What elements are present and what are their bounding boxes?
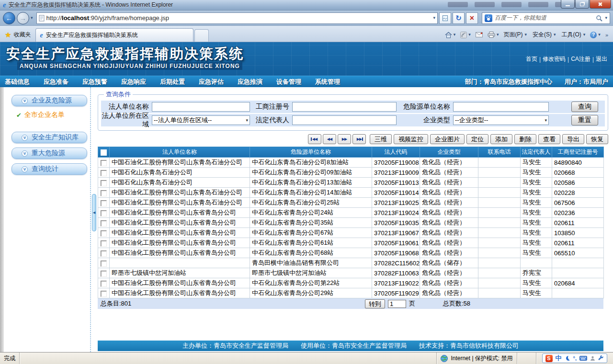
back-button[interactable]: ←	[3, 12, 15, 24]
banner-link[interactable]: 修改密码	[543, 55, 566, 63]
banner-link[interactable]: CA注册	[571, 55, 590, 63]
table-cell: 危化品（经营）	[420, 208, 478, 218]
banner-link[interactable]: 退出	[596, 55, 607, 63]
nav-item[interactable]: 应急评估	[199, 78, 224, 86]
sidebar-button[interactable]: v企业及危险源	[11, 95, 87, 106]
restore-button[interactable]	[575, 0, 589, 9]
toolbar-button[interactable]: 定位	[466, 134, 488, 144]
row-checkbox[interactable]	[101, 250, 107, 257]
moon-icon[interactable]	[565, 355, 570, 361]
row-checkbox[interactable]	[101, 271, 107, 277]
row-checkbox[interactable]	[101, 261, 107, 267]
new-tab-button[interactable]	[194, 29, 209, 42]
compatibility-icon	[442, 15, 448, 22]
nav-item[interactable]: 应急准备	[44, 78, 68, 86]
compatibility-view-button[interactable]	[439, 12, 451, 24]
menu-button[interactable]: 工具(O)▾	[561, 31, 585, 39]
window-title: 安全生产应急救援指挥辅助决策系统 - Windows Internet Expl…	[9, 1, 173, 9]
mail-button[interactable]	[476, 32, 483, 37]
row-checkbox[interactable]	[101, 190, 107, 196]
stop-button[interactable]: ×	[466, 12, 478, 24]
refresh-button[interactable]: ↻	[453, 12, 465, 24]
spacer	[11, 121, 90, 132]
legal-rep-input[interactable]	[292, 115, 397, 125]
business-reg-input[interactable]	[292, 102, 397, 112]
nav-item[interactable]: 设备管理	[276, 78, 301, 86]
url-field[interactable]: http://localhost:90/yjzh/frame/homepage.…	[36, 12, 438, 24]
search-dropdown-icon[interactable]: ▾	[605, 16, 607, 20]
chinese-mode-icon[interactable]: 中	[556, 354, 562, 363]
forward-button[interactable]: →	[17, 12, 29, 24]
nav-item[interactable]: 基础信息	[5, 78, 30, 86]
table-cell: 370213F119022	[372, 278, 420, 288]
search-box[interactable]: 百度一下，你就知道 ▾	[482, 12, 610, 24]
select-all-checkbox[interactable]	[101, 149, 107, 156]
goto-page-button[interactable]: 转到	[365, 299, 385, 308]
banner-link[interactable]: 首页	[526, 55, 537, 63]
row-checkbox[interactable]	[101, 200, 107, 206]
row-checkbox[interactable]	[101, 170, 107, 176]
url-dropdown-icon[interactable]: ▾	[433, 16, 435, 20]
feeds-button[interactable]: ▾	[460, 32, 471, 38]
toolbar-button[interactable]: 三维	[370, 134, 392, 144]
toolbar-button[interactable]: 企业图片	[430, 134, 465, 144]
row-checkbox[interactable]	[101, 220, 107, 227]
minimize-button[interactable]	[561, 0, 575, 9]
favorites-button[interactable]: ★ 收藏夹	[2, 31, 35, 42]
row-checkbox[interactable]	[101, 291, 107, 297]
print-button[interactable]: ▾	[488, 32, 499, 38]
nav-item[interactable]: 系统管理	[315, 78, 340, 86]
toolbar-button[interactable]: 查看	[538, 134, 560, 144]
background-window-artifacts	[448, 2, 575, 7]
search-icon[interactable]	[596, 15, 602, 22]
nav-item[interactable]: 应急推演	[238, 78, 262, 86]
table-cell: 中国石油化工股份有限公司山东省青岛分公司	[110, 278, 250, 288]
row-checkbox[interactable]	[101, 210, 107, 216]
browser-tab[interactable]: e 安全生产应急救援指挥辅助决策系统	[35, 28, 193, 42]
menu-button[interactable]: 页面(P)▾	[503, 31, 527, 39]
row-checkbox[interactable]	[101, 180, 107, 186]
sidebar-collapse-handle[interactable]: ◀	[92, 194, 96, 231]
toolbar-button[interactable]: 视频监控	[394, 134, 428, 144]
pager-prev-button[interactable]: ◀◀	[323, 134, 336, 144]
home-button[interactable]: ▾	[445, 32, 456, 38]
sidebar-button[interactable]: v查询统计	[11, 163, 87, 175]
toolbar: ◀◀◀◀▶▶▶▶ 三维视频监控企业图片定位添加删除查看导出恢复	[98, 134, 608, 144]
sogou-logo-icon[interactable]: S	[545, 355, 553, 362]
corp-area-select[interactable]: --法人单位所在区域--▾	[152, 115, 250, 125]
row-checkbox[interactable]	[101, 160, 107, 166]
sidebar-button-label: 企业及危险源	[32, 96, 72, 105]
row-checkbox[interactable]	[101, 230, 107, 237]
pager-first-button[interactable]: ◀◀	[308, 134, 321, 144]
overflow-chevron-icon[interactable]: »	[605, 32, 608, 38]
row-checkbox[interactable]	[101, 281, 107, 287]
pager-next-button[interactable]: ▶▶	[338, 134, 351, 144]
page-number-input[interactable]	[388, 300, 406, 308]
nav-item[interactable]: 后期处置	[160, 78, 185, 86]
close-button[interactable]: ✖	[590, 0, 611, 9]
toolbar-button[interactable]: 删除	[514, 134, 536, 144]
nav-item[interactable]: 应急响应	[121, 78, 146, 86]
wrench-icon[interactable]	[598, 355, 604, 361]
punctuation-mode-icon[interactable]: °,	[573, 355, 577, 361]
nav-item[interactable]: 应急预警	[82, 78, 107, 86]
sidebar-button[interactable]: v重大危险源	[11, 148, 87, 159]
history-dropdown-icon[interactable]: ▾	[31, 16, 33, 20]
person-icon[interactable]	[590, 356, 595, 361]
hazard-name-input[interactable]	[453, 102, 549, 112]
toolbar-button[interactable]: 恢复	[586, 134, 608, 144]
table-cell: 马安生	[521, 198, 552, 208]
sidebar-item-active[interactable]: ✔全市企业名单	[16, 111, 90, 119]
sidebar-button[interactable]: v安全生产知识库	[11, 132, 87, 143]
help-button[interactable]: ? ▾	[590, 32, 601, 38]
reset-button[interactable]: 重置	[571, 115, 598, 125]
toolbar-button[interactable]: 添加	[490, 134, 512, 144]
toolbar-button[interactable]: 导出	[562, 134, 584, 144]
pager-last-button[interactable]: ▶▶	[352, 134, 366, 144]
menu-button[interactable]: 安全(S)▾	[533, 31, 556, 39]
enterprise-type-select[interactable]: --企业类型--▾	[453, 115, 549, 125]
keyboard-icon[interactable]	[579, 356, 587, 361]
search-button[interactable]: 查询	[571, 102, 598, 112]
row-checkbox[interactable]	[101, 240, 107, 247]
corp-name-input[interactable]	[152, 102, 250, 112]
